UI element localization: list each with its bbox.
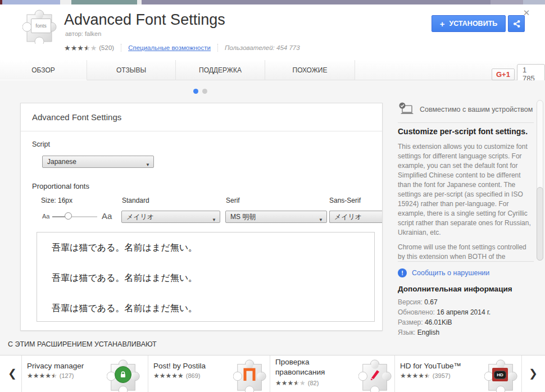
standard-column-label: Standard [122, 197, 149, 204]
laptop-check-icon [398, 102, 415, 117]
screenshot-image[interactable]: Advanced Font Settings Script Japanese▼ … [20, 103, 383, 331]
screenshot-carousel-dots [193, 89, 207, 94]
chevron-down-icon: ▼ [212, 215, 216, 223]
font-size-slider: Aa Aa [42, 211, 115, 221]
webstore-detail-page: fonts Advanced Font Settings автор: falk… [0, 0, 545, 392]
sample-text-standard: 吾輩は猫である。名前はまだ無い。 [52, 242, 197, 254]
proportional-fonts-label: Proportional fonts [32, 182, 89, 190]
divider [21, 131, 383, 131]
extension-tagline: Customize per-script font settings. [398, 127, 528, 136]
divider [270, 355, 270, 392]
related-item-rating: ★★★★★★ (3957) [400, 372, 451, 379]
rating-count: (520) [99, 44, 114, 51]
alert-icon: ! [398, 268, 407, 277]
language-row: Язык: English [398, 329, 439, 336]
close-icon[interactable]: ✕ [521, 8, 532, 18]
hd-badge-icon: HD [492, 368, 508, 381]
install-button[interactable]: + УСТАНОВИТЬ [432, 15, 506, 32]
users-count: Пользователей: 454 773 [225, 44, 300, 51]
strip-segment [523, 0, 545, 4]
size-label: Size: 16px [41, 197, 72, 204]
extension-puzzle-icon: fonts [22, 7, 58, 44]
related-carousel: ❮ ❯ Privacy manager ★★★★★★ (127) Post! [0, 355, 545, 392]
slider-track [52, 216, 97, 217]
red-marker-icon [367, 367, 382, 384]
divider [394, 355, 395, 392]
author-byline: автор: falken [65, 30, 101, 37]
sample-text-sans: 吾輩は猫である。名前はまだ無い。 [52, 303, 197, 314]
compatibility-row: Совместимо с вашим устройством [398, 102, 533, 117]
description-paragraph-2: Chrome will use the font settings contro… [398, 243, 533, 260]
report-abuse-link[interactable]: ! Сообщить о нарушении [398, 268, 489, 277]
tab-reviews[interactable]: ОТЗЫВЫ [87, 60, 176, 80]
font-preview-box: 吾輩は猫である。名前はまだ無い。 吾輩は猫である。名前はまだ無い。 吾輩は猫であ… [37, 232, 375, 322]
related-item-rating: ★★★★★ (869) [153, 372, 201, 379]
plus-icon: + [440, 19, 445, 29]
updated-row: Обновлено: 16 апреля 2014 г. [398, 308, 490, 316]
page-title: Advanced Font Settings [64, 11, 225, 29]
carousel-dot-2[interactable] [202, 89, 207, 94]
gplus-button[interactable]: G+1 [492, 69, 515, 80]
strip-segment [490, 0, 523, 4]
divider [398, 122, 534, 123]
strip-segment [60, 0, 71, 4]
divider [148, 355, 148, 392]
aa-large-label: Aa [102, 211, 112, 221]
sans-serif-column-label: Sans-Serif [329, 197, 361, 204]
related-item-title-line1: Проверка [275, 358, 309, 366]
standard-font-dropdown: メイリオ▼ [121, 211, 220, 223]
meta-row: ★★★★★★ (520) Специальные возможности Пол… [64, 43, 300, 53]
postila-icon [243, 367, 256, 384]
related-item-title-line2: правописания [275, 368, 325, 376]
tab-support[interactable]: ПОДДЕРЖКА [176, 60, 265, 80]
divider [217, 44, 218, 52]
divider [398, 261, 534, 262]
strip-segment [2, 0, 60, 4]
divider [121, 44, 121, 52]
share-icon [512, 20, 521, 28]
version-row: Версия: 0.67 [398, 298, 438, 306]
carousel-dot-1[interactable] [193, 89, 198, 94]
related-section-heading: С ЭТИМ РАСШИРЕНИЕМ УСТАНАВЛИВАЮТ [8, 340, 157, 348]
related-item-rating: ★★★★★★ (127) [27, 372, 74, 379]
accessibility-link[interactable]: Специальные возможности [128, 44, 211, 51]
strip-segment [137, 0, 142, 4]
compatibility-label: Совместимо с вашим устройством [420, 106, 533, 113]
sample-text-serif: 吾輩は猫である。名前はまだ無い。 [52, 272, 197, 284]
extension-header: fonts Advanced Font Settings автор: falk… [0, 4, 545, 60]
sans-serif-font-dropdown: メイリオ [329, 211, 383, 223]
fonts-label: fonts [31, 19, 51, 33]
screenshot-heading: Advanced Font Settings [32, 112, 121, 122]
scrollbar-thumb[interactable] [537, 187, 543, 261]
tab-related[interactable]: ПОХОЖИЕ [265, 60, 355, 80]
chevron-down-icon: ▼ [319, 215, 323, 223]
tab-bar: ОБЗОР ОТЗЫВЫ ПОДДЕРЖКА ПОХОЖИЕ [0, 60, 545, 80]
slider-thumb [65, 212, 72, 220]
carousel-prev-icon[interactable]: ❮ [8, 367, 17, 379]
background-window-strip [0, 0, 545, 4]
aa-small-label: Aa [42, 213, 49, 220]
description-paragraph-1: This extension allows you to customize f… [398, 142, 533, 238]
strip-segment [142, 0, 490, 4]
related-item-title: HD for YouTube™ [400, 362, 461, 370]
carousel-next-icon[interactable]: ❯ [529, 367, 538, 379]
install-button-label: УСТАНОВИТЬ [449, 20, 498, 28]
green-lock-icon [115, 366, 131, 383]
divider [521, 355, 522, 392]
extension-description: This extension allows you to customize f… [398, 142, 533, 260]
related-item-title: Post! by Postila [153, 362, 206, 370]
script-dropdown: Japanese▼ [42, 156, 154, 168]
tab-overview[interactable]: ОБЗОР [0, 60, 87, 80]
divider [21, 355, 22, 392]
strip-segment [71, 0, 137, 4]
rating-stars: ★★★★★★ [64, 44, 97, 52]
serif-column-label: Serif [226, 197, 240, 204]
size-row: Размер: 46.01KiB [398, 318, 452, 326]
script-label: Script [32, 140, 50, 148]
related-item-rating: ★★★★★★ (82) [275, 380, 319, 386]
chevron-down-icon: ▼ [146, 159, 150, 168]
additional-info-heading: Дополнительная информация [398, 285, 512, 293]
serif-font-dropdown: MS 明朝▼ [225, 211, 327, 223]
related-item-title: Privacy manager [27, 362, 84, 370]
